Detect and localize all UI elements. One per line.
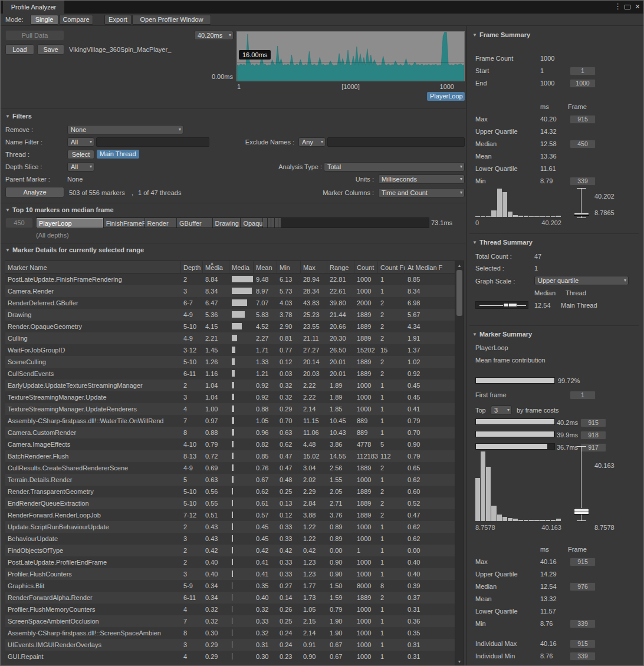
table-row[interactable]: Terrain.Details.Render50.630.670.482.021… <box>5 474 455 486</box>
individual-max-frame-button[interactable]: 915 <box>570 639 596 648</box>
table-row[interactable]: GUI.Repaint40.290.300.230.900.67100010.3… <box>5 651 455 662</box>
column-header[interactable]: Depth <box>181 261 203 273</box>
maximize-icon[interactable] <box>625 5 630 9</box>
top-frame-button[interactable]: 915 <box>580 418 606 427</box>
mode-single-button[interactable]: Single <box>30 15 58 25</box>
thread-select-button[interactable]: Select <box>67 150 94 159</box>
table-row[interactable]: ScreenSpaceAmbientOcclusion70.320.330.25… <box>5 615 455 627</box>
end-frame-button[interactable]: 1000 <box>570 79 596 88</box>
top10-segment[interactable]: PlayerLoop <box>37 218 104 228</box>
load-button[interactable]: Load <box>5 44 34 55</box>
table-row[interactable]: EarlyUpdate.UpdateTextureStreamingManage… <box>5 380 455 391</box>
table-row[interactable]: SceneCulling5-101.261.330.1220.1420.0118… <box>5 356 455 368</box>
table-row[interactable]: Update.ScriptRunBehaviourUpdate20.430.45… <box>5 521 455 533</box>
median-frame-button[interactable]: 450 <box>5 217 33 228</box>
top-n-dropdown[interactable]: 3 ▾ <box>491 405 512 415</box>
table-row[interactable]: FindObjectsOfType20.420.420.420.420.0011… <box>5 545 455 556</box>
analysis-type-dropdown[interactable]: Total ▾ <box>324 162 465 172</box>
frame-time-graph[interactable] <box>236 31 465 81</box>
exclude-mode-dropdown[interactable]: Any ▾ <box>298 137 326 147</box>
column-header[interactable]: Marker Name <box>5 261 181 273</box>
marker-histogram[interactable] <box>475 451 561 521</box>
open-profiler-window-button[interactable]: Open Profiler Window <box>132 15 211 25</box>
table-row[interactable]: CullSendEvents6-111.161.210.0320.0320.01… <box>5 368 455 380</box>
thread-name[interactable]: Main Thread <box>561 302 597 309</box>
stat-frame-button[interactable]: 450 <box>570 140 596 149</box>
table-row[interactable]: EndRenderQueueExtraction5-100.550.610.13… <box>5 497 455 509</box>
thread-summary-title[interactable]: ▼Thread Summary <box>472 239 533 246</box>
top10-segment[interactable] <box>268 218 272 228</box>
table-row[interactable]: Assembly-CSharp-firstpass.dll!::ScreenSp… <box>5 627 455 639</box>
column-header[interactable]: Max <box>301 261 327 273</box>
top10-segment[interactable] <box>263 218 267 228</box>
table-row[interactable]: WaitForJobGroupID3-121.451.710.7727.2726… <box>5 344 455 356</box>
table-row[interactable]: Profiler.FlushMemoryCounters40.320.320.2… <box>5 604 455 615</box>
stat-frame-button[interactable]: 339 <box>570 177 596 186</box>
filters-section-title[interactable]: ▼Filters <box>5 113 32 120</box>
individual-min-frame-button[interactable]: 339 <box>570 652 596 661</box>
frame-histogram[interactable] <box>475 189 561 217</box>
table-row[interactable]: UIEvents.IMGUIRenderOverlays30.290.310.2… <box>5 639 455 651</box>
thread-whisker-plot[interactable] <box>475 301 528 309</box>
table-row[interactable]: RenderForwardAlpha.Render6-110.340.400.1… <box>5 592 455 604</box>
top10-segment[interactable]: FinishFrameR <box>104 218 145 228</box>
close-icon[interactable]: × <box>635 2 640 11</box>
stat-frame-button[interactable]: 915 <box>570 115 596 124</box>
depth-slice-dropdown[interactable]: All ▾ <box>67 162 94 172</box>
column-header[interactable]: Media <box>229 261 254 273</box>
table-row[interactable]: Render.TransparentGeometry5-100.560.620.… <box>5 486 455 497</box>
window-tab[interactable]: Profile Analyzer <box>2 1 65 14</box>
save-button[interactable]: Save <box>37 44 64 55</box>
table-row[interactable]: Profiler.FlushCounters30.400.410.331.230… <box>5 568 455 580</box>
top10-segment[interactable]: Render <box>145 218 178 228</box>
marker-details-section-title[interactable]: ▼Marker Details for currently selected r… <box>5 246 144 253</box>
table-row[interactable]: RenderForward.RenderLoopJob7-120.510.570… <box>5 509 455 521</box>
table-row[interactable]: BehaviourUpdate30.430.450.331.220.891000… <box>5 533 455 545</box>
table-row[interactable]: TextureStreamingManager.Update31.040.920… <box>5 391 455 403</box>
table-row[interactable]: PostLateUpdate.FinishFrameRendering28.84… <box>5 273 455 285</box>
top10-segment[interactable] <box>278 218 281 228</box>
table-row[interactable]: Culling4-92.212.270.8121.1120.30188921.9… <box>5 332 455 344</box>
column-header-sorted[interactable]: ▲Media <box>203 261 229 273</box>
first-frame-button[interactable]: 1 <box>570 391 596 400</box>
selected-marker-chip[interactable]: PlayerLoop <box>427 92 465 101</box>
top10-segment[interactable]: Opaqu <box>241 218 263 228</box>
stat-frame-button[interactable]: 915 <box>570 558 596 566</box>
marker-columns-dropdown[interactable]: Time and Count ▾ <box>378 188 465 197</box>
column-header[interactable]: Range <box>327 261 354 273</box>
table-row[interactable]: Camera.Render38.348.975.7328.3422.611000… <box>5 285 455 297</box>
column-header[interactable]: Count Fra <box>378 261 405 273</box>
start-frame-button[interactable]: 1 <box>570 67 596 75</box>
name-filter-mode-dropdown[interactable]: All ▾ <box>67 137 94 147</box>
table-scrollbar[interactable]: ▲ ▼ <box>455 261 464 666</box>
table-row[interactable]: BatchRenderer.Flush8-130.720.850.4715.02… <box>5 450 455 462</box>
thread-chip[interactable]: Main Thread <box>97 150 139 159</box>
table-row[interactable]: TextureStreamingManager.UpdateRenderers4… <box>5 403 455 415</box>
column-header[interactable]: Mean <box>254 261 277 273</box>
column-header[interactable]: At Median F <box>405 261 455 273</box>
frame-summary-title[interactable]: ▼Frame Summary <box>472 31 530 38</box>
export-button[interactable]: Export <box>104 15 132 25</box>
name-filter-input[interactable] <box>96 137 209 147</box>
top10-section-title[interactable]: ▼Top 10 markers on median frame <box>5 206 114 213</box>
top10-segment[interactable]: GBuffer <box>177 218 213 228</box>
scroll-down-icon[interactable]: ▼ <box>455 658 464 665</box>
table-row[interactable]: Camera.ImageEffects4-100.790.820.624.483… <box>5 438 455 450</box>
kebab-menu-icon[interactable]: ⋮ <box>614 2 622 11</box>
top10-segment[interactable]: Drawing <box>213 218 241 228</box>
pull-data-button[interactable]: Pull Data <box>5 30 64 41</box>
top-frame-button[interactable]: 918 <box>580 431 606 440</box>
exclude-names-input[interactable] <box>327 137 465 147</box>
table-row[interactable]: CullResults.CreateSharedRendererScene4-9… <box>5 462 455 474</box>
mode-compare-button[interactable]: Compare <box>59 15 93 25</box>
table-row[interactable]: Camera.CustomRender80.880.960.6311.0610.… <box>5 427 455 438</box>
table-row[interactable]: Graphics.Blit5-90.340.350.271.771.508000… <box>5 580 455 592</box>
stat-frame-button[interactable]: 976 <box>570 582 596 591</box>
thread-graph-scale-dropdown[interactable]: Upper quartile ▾ <box>534 276 629 285</box>
column-header[interactable]: Count <box>354 261 378 273</box>
graph-scale-dropdown[interactable]: 40.20ms ▾ <box>194 31 234 40</box>
stat-frame-button[interactable]: 339 <box>570 619 596 628</box>
remove-dropdown[interactable]: None ▾ <box>67 125 183 134</box>
units-dropdown[interactable]: Milliseconds ▾ <box>378 174 465 184</box>
table-row[interactable]: Assembly-CSharp-firstpass.dll!::WaterTil… <box>5 415 455 427</box>
